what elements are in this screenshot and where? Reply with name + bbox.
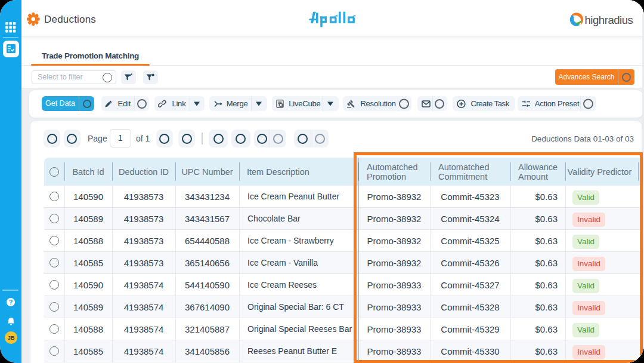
svg-text:highradius: highradius xyxy=(585,14,633,26)
